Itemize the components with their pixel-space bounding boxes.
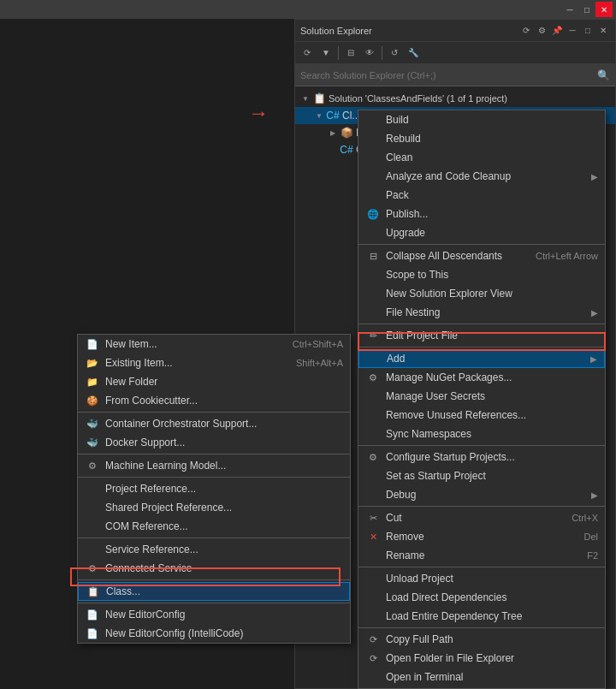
connected-service-icon: ⚙	[85, 561, 100, 576]
unload-project-label: Unload Project	[386, 573, 598, 585]
new-sol-view-label: New Solution Explorer View	[386, 288, 598, 300]
cookiecutter-label: From Cookiecutter...	[105, 395, 343, 407]
wrench-icon[interactable]: 🔧	[405, 45, 422, 62]
collapse-all-icon[interactable]: ⊟	[342, 45, 359, 62]
sync-icon[interactable]: ⟳	[519, 24, 533, 38]
ctx-load-entire[interactable]: Load Entire Dependency Tree	[358, 607, 605, 626]
pack-icon	[365, 187, 381, 203]
minimize-panel-icon[interactable]: ─	[566, 24, 579, 38]
ctx-cut[interactable]: ✂ Cut Ctrl+X	[358, 508, 605, 527]
ctx-open-folder[interactable]: ⟳ Open Folder in File Explorer	[358, 649, 605, 668]
add-new-editorconfig-intellicode[interactable]: 📄 New EditorConfig (IntelliCode)	[78, 624, 350, 643]
refresh-icon[interactable]: ↺	[386, 45, 403, 62]
ctx-scope[interactable]: Scope to This	[358, 265, 605, 284]
scope-label: Scope to This	[386, 269, 598, 281]
ctx-pack[interactable]: Pack	[358, 186, 605, 205]
rename-shortcut: F2	[587, 550, 598, 561]
load-direct-label: Load Direct Dependencies	[386, 591, 598, 603]
ctx-rebuild[interactable]: Rebuild	[358, 129, 605, 148]
search-bar[interactable]: 🔍	[295, 64, 615, 86]
build-icon	[365, 112, 381, 128]
pin-icon[interactable]: 📌	[550, 24, 564, 38]
ctx-debug[interactable]: Debug ▶	[358, 485, 605, 504]
ctx-upgrade[interactable]: Upgrade	[358, 223, 605, 242]
search-icon: 🔍	[597, 69, 610, 81]
add-new-item[interactable]: 📄 New Item... Ctrl+Shift+A	[78, 335, 350, 353]
minimize-button[interactable]: ─	[561, 2, 578, 17]
ctx-edit-project[interactable]: ✏ Edit Project File	[358, 326, 605, 345]
add-machine-learning[interactable]: ⚙ Machine Learning Model...	[78, 456, 350, 475]
ctx-new-sol-view[interactable]: New Solution Explorer View	[358, 284, 605, 303]
ctx-add[interactable]: Add ▶	[358, 349, 605, 368]
ctx-separator-5	[358, 506, 605, 507]
add-com-reference[interactable]: COM Reference...	[78, 517, 350, 536]
ctx-clean[interactable]: Clean	[358, 148, 605, 167]
add-new-editorconfig[interactable]: 📄 New EditorConfig	[78, 605, 350, 624]
ctx-collapse[interactable]: ⊟ Collapse All Descendants Ctrl+Left Arr…	[358, 246, 605, 265]
ctx-publish[interactable]: 🌐 Publish...	[358, 205, 605, 223]
ctx-open-terminal[interactable]: Open in Terminal	[358, 668, 605, 686]
add-from-cookiecutter[interactable]: 🍪 From Cookiecutter...	[78, 391, 350, 410]
close-button[interactable]: ✕	[595, 2, 613, 17]
manage-nuget-label: Manage NuGet Packages...	[386, 371, 598, 383]
analyze-arrow: ▶	[591, 172, 598, 181]
set-startup-icon	[365, 468, 381, 484]
add-shared-project-reference[interactable]: Shared Project Reference...	[78, 498, 350, 517]
cs-file-icon: C#	[340, 143, 353, 157]
ctx-rename[interactable]: Rename F2	[358, 546, 605, 565]
ctx-unload-project[interactable]: Unload Project	[358, 569, 605, 588]
ctx-load-direct[interactable]: Load Direct Dependencies	[358, 588, 605, 607]
ctx-set-startup[interactable]: Set as Startup Project	[358, 466, 605, 485]
add-sep-5	[78, 579, 350, 580]
configure-startup-label: Configure Startup Projects...	[386, 451, 598, 463]
new-editorconfig-intellicode-label: New EditorConfig (IntelliCode)	[105, 627, 343, 639]
add-new-folder[interactable]: 📁 New Folder	[78, 372, 350, 391]
existing-item-icon: 📂	[85, 355, 100, 371]
ctx-copy-full-path[interactable]: ⟳ Copy Full Path	[358, 630, 605, 649]
header-icons: ⟳ ⚙ 📌 ─ □ ✕	[519, 24, 610, 38]
docker-label: Docker Support...	[105, 437, 343, 448]
add-class[interactable]: 📋 Class...	[78, 582, 350, 601]
ctx-manage-user-secrets[interactable]: Manage User Secrets	[358, 387, 605, 406]
ctx-configure-startup[interactable]: ⚙ Configure Startup Projects...	[358, 448, 605, 466]
maximize-button[interactable]: □	[578, 2, 595, 17]
solution-explorer-toolbar: ⟳ ▼ ⊟ 👁 ↺ 🔧	[295, 42, 615, 64]
show-all-icon[interactable]: 👁	[361, 45, 378, 62]
settings-icon[interactable]: ⚙	[535, 24, 548, 38]
add-sep-2	[78, 454, 350, 454]
add-service-reference[interactable]: Service Reference...	[78, 540, 350, 559]
service-ref-label: Service Reference...	[105, 543, 343, 555]
sync-roots-icon[interactable]: ⟳	[299, 45, 316, 62]
container-label: Container Orchestrator Support...	[105, 418, 343, 430]
add-project-reference[interactable]: Project Reference...	[78, 479, 350, 498]
new-folder-icon: 📁	[85, 374, 100, 389]
solution-node[interactable]: ▼ 📋 Solution 'ClassesAndFields' (1 of 1 …	[295, 90, 615, 107]
remove-icon: ✕	[365, 529, 381, 544]
open-folder-icon: ⟳	[365, 650, 381, 666]
upgrade-icon	[365, 225, 381, 241]
add-existing-item[interactable]: 📂 Existing Item... Shift+Alt+A	[78, 353, 350, 372]
service-ref-icon	[85, 542, 100, 557]
ctx-sync-namespaces[interactable]: Sync Namespaces	[358, 425, 605, 443]
ctx-analyze[interactable]: Analyze and Code Cleanup ▶	[358, 167, 605, 186]
close-panel-icon[interactable]: ✕	[596, 24, 610, 38]
ctx-remove[interactable]: ✕ Remove Del	[358, 527, 605, 546]
rename-label: Rename	[386, 549, 580, 561]
ctx-file-nesting[interactable]: File Nesting ▶	[358, 303, 605, 322]
add-sep-4	[78, 538, 350, 538]
project-icon: C#	[326, 109, 340, 122]
ctx-manage-nuget[interactable]: ⚙ Manage NuGet Packages...	[358, 368, 605, 387]
add-connected-service[interactable]: ⚙ Connected Service	[78, 559, 350, 578]
existing-item-shortcut: Shift+Alt+A	[296, 358, 343, 368]
ctx-remove-unused[interactable]: Remove Unused References...	[358, 406, 605, 425]
add-container-orchestrator[interactable]: 🐳 Container Orchestrator Support...	[78, 414, 350, 433]
expand-icon[interactable]: □	[581, 24, 595, 38]
ctx-build[interactable]: Build	[358, 110, 605, 129]
file-nesting-arrow: ▶	[591, 308, 598, 318]
filter-icon[interactable]: ▼	[317, 45, 335, 62]
debug-icon	[365, 487, 381, 502]
search-input[interactable]	[300, 70, 597, 80]
add-docker-support[interactable]: 🐳 Docker Support...	[78, 433, 350, 452]
clean-label: Clean	[386, 151, 598, 163]
copy-full-path-icon: ⟳	[365, 632, 381, 647]
